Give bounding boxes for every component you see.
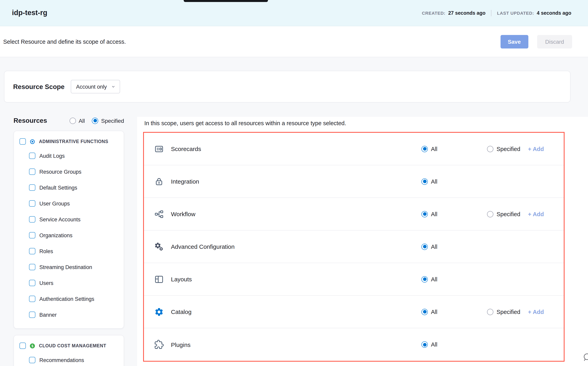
all-radio [421,309,428,315]
item-checkbox[interactable] [29,200,35,207]
plugins-icon [154,340,164,349]
advanced-configuration-icon [154,242,164,251]
resources-specified-label: Specified [101,117,124,124]
resource-item[interactable]: Banner [29,307,118,323]
toolbar-buttons: Save Discard [500,35,572,48]
resource-item-label: Users [39,280,54,286]
all-radio-option[interactable]: All [421,309,487,315]
resource-type-row: Advanced ConfigurationAll [144,230,564,263]
help-widget-icon[interactable] [583,353,588,362]
resource-type-row: CatalogAllSpecified+ Add [144,296,564,328]
item-checkbox[interactable] [29,357,35,363]
add-button[interactable]: + Add [528,146,544,152]
layouts-icon [154,274,164,284]
resource-item[interactable]: Resource Groups [29,164,118,180]
all-radio-option[interactable]: All [421,244,487,250]
resource-item[interactable]: Users [29,275,118,291]
resource-type-name: Plugins [154,340,421,349]
all-label: All [431,341,437,348]
chevron-down-icon [111,84,116,89]
all-radio-option[interactable]: All [421,178,487,185]
resource-type-name: Catalog [154,307,421,317]
all-radio-option[interactable]: All [421,211,487,217]
resource-item[interactable]: Audit Logs [29,148,118,164]
item-checkbox[interactable] [29,296,35,302]
all-radio [421,146,428,152]
item-checkbox[interactable] [29,280,35,286]
svg-text:$: $ [31,344,33,348]
updated-value: 4 seconds ago [537,10,571,16]
resource-groups-list: ADMINISTRATIVE FUNCTIONSAudit LogsResour… [14,131,137,366]
resource-type-row: PluginsAll [144,328,564,361]
resource-item[interactable]: Service Accounts [29,211,118,227]
resource-item[interactable]: Organizations [29,227,118,243]
save-button[interactable]: Save [500,35,528,48]
item-checkbox[interactable] [29,216,35,222]
all-radio-option[interactable]: All [421,341,487,348]
specified-radio-option[interactable]: Specified [487,146,528,152]
add-column: + Add [528,146,548,152]
resource-item[interactable]: User Groups [29,196,118,211]
workflow-icon [154,209,164,219]
add-button[interactable]: + Add [528,309,544,315]
add-column: + Add [528,211,548,217]
all-radio-option[interactable]: All [421,146,487,152]
resource-type-label: Advanced Configuration [171,243,235,250]
resource-type-name: Integration [154,177,421,186]
group-checkbox[interactable] [19,138,26,145]
scorecards-icon [154,144,164,154]
all-radio [421,276,428,282]
resource-type-row: IntegrationAll [144,165,564,198]
specified-radio-option[interactable]: Specified [487,309,528,315]
cloud-cost-icon: $ [29,343,35,349]
resource-scope-selected-value: Account only [76,84,107,90]
resource-scope-card: Resource Scope Account only [4,71,571,103]
resource-group-card: $CLOUD COST MANAGEMENTRecommendations [14,335,124,366]
specified-label: Specified [496,211,520,217]
radio-icon [92,117,98,124]
admin-functions-icon [29,138,35,145]
item-checkbox[interactable] [29,184,35,191]
resource-item[interactable]: Authentication Settings [29,291,118,307]
resource-item-label: Authentication Settings [39,296,94,302]
resources-specified-radio[interactable]: Specified [92,117,124,124]
specified-radio [487,146,493,152]
item-checkbox[interactable] [29,168,35,175]
resource-type-name: Scorecards [154,144,421,154]
resource-type-label: Integration [171,178,199,185]
resource-item[interactable]: Recommendations [29,352,118,366]
resources-all-radio[interactable]: All [70,117,85,124]
item-checkbox[interactable] [29,152,35,159]
resource-item[interactable]: Streaming Destination [29,259,118,275]
item-checkbox[interactable] [29,248,35,254]
resource-group-title: ADMINISTRATIVE FUNCTIONS [39,139,108,144]
created-value: 27 seconds ago [448,10,486,16]
specified-radio [487,309,493,315]
all-radio-option[interactable]: All [421,276,487,282]
integration-icon [154,177,164,186]
resource-group-card: ADMINISTRATIVE FUNCTIONSAudit LogsResour… [14,131,124,329]
catalog-icon [154,307,164,317]
specified-radio-option[interactable]: Specified [487,211,528,217]
specified-label: Specified [496,146,520,152]
page: idp-test-rg CREATED: 27 seconds ago LAST… [0,0,588,366]
page-title: idp-test-rg [12,9,47,17]
item-checkbox[interactable] [29,264,35,270]
resource-type-list: ScorecardsAllSpecified+ AddIntegrationAl… [143,132,565,362]
resource-item[interactable]: Default Settings [29,180,118,196]
item-checkbox[interactable] [29,232,35,238]
resource-item-label: Streaming Destination [39,264,92,270]
all-label: All [431,146,437,152]
resources-all-label: All [79,117,85,124]
resource-item[interactable]: Roles [29,243,118,259]
resources-header: Resources All Specified [14,117,124,124]
discard-button[interactable]: Discard [537,35,572,48]
toolbar-description: Select Resource and define its scope of … [3,38,126,45]
resource-type-label: Workflow [171,211,195,217]
add-button[interactable]: + Add [528,211,544,217]
resource-scope-dropdown[interactable]: Account only [71,80,120,93]
item-checkbox[interactable] [29,312,35,318]
add-column: + Add [528,309,548,315]
group-checkbox[interactable] [19,343,26,349]
resource-item-label: Organizations [39,232,73,238]
